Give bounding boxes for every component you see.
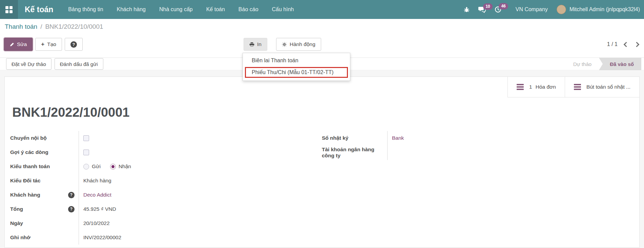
- memo-label: Ghi nhớ: [10, 234, 30, 241]
- printer-icon: [249, 42, 254, 47]
- field-customer: Khách hàng ? Deco Addict: [10, 188, 308, 202]
- status-steps: Dự thảo Đã vào sổ: [566, 58, 641, 70]
- nav-item-vendors[interactable]: Nhà cung cấp: [159, 6, 193, 13]
- journal-items-icon: [517, 84, 524, 90]
- total-value: 45.925 ₫ VND: [83, 206, 116, 212]
- field-partner-type: Kiểu Đối tác Khách hàng: [10, 174, 308, 188]
- record-title: BNK1/2022/10/0001: [12, 105, 129, 120]
- help-button[interactable]: ?: [65, 38, 83, 51]
- statusbar-buttons: Đặt về Dự thảo Đánh dấu đã gửi: [0, 58, 103, 70]
- activities-badge: 46: [499, 3, 508, 9]
- debug-menu-button[interactable]: [464, 6, 470, 13]
- messages-badge: 10: [483, 3, 492, 10]
- field-company-bank-account: Tài khoản ngân hàng công ty: [322, 145, 630, 160]
- nav-item-accounting[interactable]: Kế toán: [206, 6, 225, 13]
- top-navbar: Kế toán Bảng thông tin Khách hàng Nhà cu…: [0, 0, 644, 19]
- menu-item-payment-receipt[interactable]: Biên lai Thanh toán: [243, 55, 350, 66]
- toolbar-left: Sửa + Tạo ?: [4, 38, 83, 51]
- gear-icon: [282, 42, 287, 47]
- field-group-left: Chuyển nội bộ Gợi ý các dòng Kiểu thanh …: [10, 131, 308, 245]
- nav-item-customers[interactable]: Khách hàng: [117, 6, 146, 13]
- create-button[interactable]: + Tạo: [35, 38, 62, 51]
- internal-transfer-checkbox[interactable]: [83, 135, 89, 141]
- pager-previous-button[interactable]: [624, 42, 629, 47]
- payment-type-receive-label: Nhận: [119, 163, 131, 170]
- edit-button-label: Sửa: [17, 41, 27, 47]
- field-help-icon: ?: [68, 192, 75, 198]
- customer-link[interactable]: Deco Addict: [83, 192, 111, 198]
- journal-entry-label: Bút toán sổ nhật ...: [586, 84, 630, 90]
- bug-icon: [464, 6, 470, 13]
- create-button-label: Tạo: [47, 41, 56, 47]
- date-value: 20/10/2022: [83, 220, 110, 226]
- radio-unchecked-icon: [83, 164, 89, 170]
- messages-menu-button[interactable]: 10: [478, 6, 486, 13]
- user-menu[interactable]: Mitchell Admin (jnlpqpqk32l4): [557, 5, 640, 14]
- print-dropdown-menu: Biên lai Thanh toán Phiếu Thu/Chi (Mẫu 0…: [243, 53, 350, 81]
- internal-transfer-label: Chuyển nội bộ: [10, 135, 47, 141]
- date-label: Ngày: [10, 220, 23, 226]
- field-total: Tổng ? 45.925 ₫ VND: [10, 202, 308, 216]
- breadcrumb-parent-link[interactable]: Thanh toán: [5, 23, 37, 30]
- pencil-icon: [10, 42, 14, 47]
- breadcrumb-current: BNK1/2022/10/0001: [45, 23, 103, 30]
- invoices-count: 1: [529, 84, 532, 90]
- payment-type-label: Kiểu thanh toán: [10, 163, 50, 170]
- breadcrumb-separator: /: [40, 23, 42, 30]
- print-menu-button[interactable]: In: [244, 38, 267, 51]
- company-switcher[interactable]: VN Company: [516, 6, 548, 13]
- invoices-label: Hóa đơn: [536, 84, 556, 90]
- payment-type-option-send[interactable]: Gửi: [83, 163, 101, 170]
- action-menu-button[interactable]: Hành động: [276, 38, 321, 51]
- set-to-draft-button[interactable]: Đặt về Dự thảo: [6, 58, 51, 70]
- plus-icon: +: [41, 41, 44, 48]
- field-help-icon: ?: [68, 206, 75, 212]
- action-button-label: Hành động: [290, 41, 315, 47]
- partner-type-value: Khách hàng: [83, 178, 111, 184]
- menu-item-phieu-thu-chi[interactable]: Phiếu Thu/Chi (Mẫu 01-TT/02-TT): [245, 67, 348, 78]
- journal-entry-stat-button[interactable]: Bút toán sổ nhật ...: [565, 77, 639, 97]
- company-bank-account-label: Tài khoản ngân hàng công ty: [322, 146, 383, 159]
- customer-label: Khách hàng: [10, 192, 40, 198]
- invoices-stat-button[interactable]: 1 Hóa đơn: [507, 77, 565, 97]
- user-avatar: [557, 5, 566, 14]
- edit-button[interactable]: Sửa: [4, 38, 33, 51]
- total-label: Tổng: [10, 206, 23, 212]
- print-button-label: In: [257, 41, 262, 47]
- status-step-draft[interactable]: Dự thảo: [566, 58, 599, 70]
- breadcrumb: Thanh toán / BNK1/2022/10/0001: [0, 19, 644, 35]
- help-circle-icon: ?: [70, 41, 77, 48]
- main-menu: Bảng thông tin Khách hàng Nhà cung cấp K…: [68, 6, 294, 13]
- nav-item-reporting[interactable]: Báo cáo: [238, 6, 258, 13]
- toolbar-actions: In Hành động: [244, 38, 321, 51]
- partner-type-label: Kiểu Đối tác: [10, 178, 41, 184]
- field-date: Ngày 20/10/2022: [10, 216, 308, 230]
- nav-item-dashboard[interactable]: Bảng thông tin: [68, 6, 103, 13]
- field-journal: Sổ nhật ký Bank: [322, 131, 630, 145]
- payment-type-send-label: Gửi: [92, 163, 101, 170]
- mark-as-sent-button[interactable]: Đánh dấu đã gửi: [55, 58, 103, 70]
- pager-next-button[interactable]: [634, 42, 640, 47]
- form-sheet: 1 Hóa đơn Bút toán sổ nhật ... BNK1/2022…: [4, 76, 640, 248]
- app-title[interactable]: Kế toán: [25, 5, 53, 14]
- field-internal-transfer: Chuyển nội bộ: [10, 131, 308, 145]
- field-memo: Ghi nhớ INV/2022/00002: [10, 230, 308, 245]
- stat-button-box: 1 Hóa đơn Bút toán sổ nhật ...: [507, 77, 639, 97]
- status-step-posted[interactable]: Đã vào sổ: [599, 58, 641, 70]
- suggest-lines-label: Gợi ý các dòng: [10, 149, 48, 155]
- journal-link[interactable]: Bank: [392, 135, 404, 141]
- field-suggest-lines: Gợi ý các dòng: [10, 145, 308, 159]
- journal-label: Sổ nhật ký: [322, 135, 348, 141]
- content-area: 1 Hóa đơn Bút toán sổ nhật ... BNK1/2022…: [0, 71, 644, 248]
- suggest-lines-checkbox[interactable]: [83, 150, 89, 155]
- payment-type-option-receive[interactable]: Nhận: [110, 163, 131, 170]
- field-payment-type: Kiểu thanh toán Gửi Nhận: [10, 159, 308, 174]
- navbar-right: 10 46 VN Company Mitchell Admin (jnlpqpq…: [464, 5, 644, 14]
- pager: 1 / 1: [607, 38, 639, 51]
- activities-menu-button[interactable]: 46: [495, 6, 501, 13]
- nav-item-configuration[interactable]: Cấu hình: [272, 6, 294, 13]
- radio-checked-icon: [110, 164, 116, 170]
- field-group-right: Sổ nhật ký Bank Tài khoản ngân hàng công…: [322, 131, 630, 160]
- apps-menu-button[interactable]: [0, 0, 18, 19]
- journal-items-icon: [574, 84, 581, 90]
